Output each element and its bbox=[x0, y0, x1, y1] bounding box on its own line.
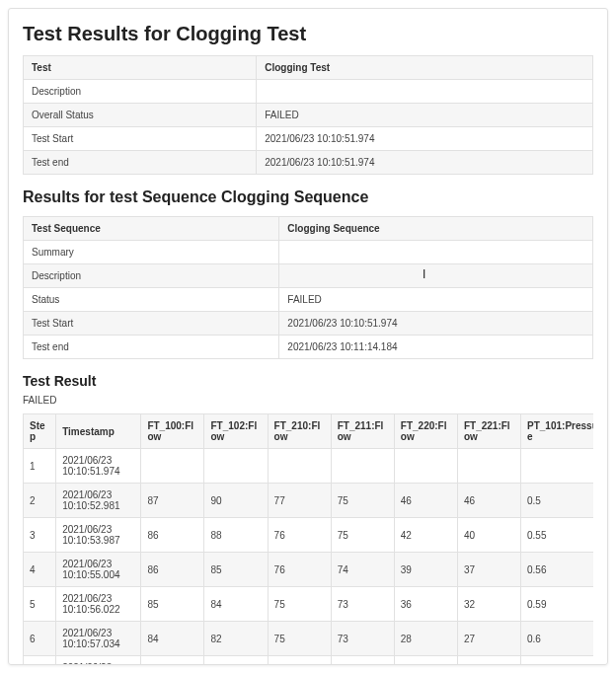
table-row: Description bbox=[24, 264, 593, 288]
cell: 85 bbox=[141, 587, 204, 622]
meta2-r4c1: 2021/06/23 10:11:14.184 bbox=[279, 336, 593, 359]
meta2-r2c0: Status bbox=[24, 288, 279, 312]
cell: 5 bbox=[24, 587, 56, 622]
meta1-h1: Clogging Test bbox=[257, 56, 593, 80]
cell bbox=[331, 449, 394, 484]
column-header: FT_210:Flow bbox=[268, 414, 331, 449]
meta2-r1c1 bbox=[279, 264, 593, 288]
cell: 2021/06/23 10:10:52.981 bbox=[56, 484, 141, 518]
table-row: 22021/06/23 10:10:52.9818790777546460.50… bbox=[24, 484, 594, 518]
cell: 27 bbox=[457, 622, 520, 656]
cell: 84 bbox=[141, 622, 204, 656]
table-row: 32021/06/23 10:10:53.9878688767542400.55… bbox=[24, 518, 594, 553]
cell: 13.725 bbox=[394, 656, 457, 666]
table-header-row: StepTimestampFT_100:FlowFT_102:FlowFT_21… bbox=[24, 414, 594, 449]
meta2-h0: Test Sequence bbox=[24, 217, 279, 241]
cell: 82.26 bbox=[141, 656, 204, 666]
cell bbox=[141, 449, 204, 484]
cell bbox=[394, 449, 457, 484]
data-table-wrap: StepTimestampFT_100:FlowFT_102:FlowFT_21… bbox=[23, 413, 593, 665]
cell: 28 bbox=[394, 622, 457, 656]
cell: 32 bbox=[457, 587, 520, 622]
cell: 39 bbox=[394, 553, 457, 587]
cell: 77 bbox=[268, 484, 331, 518]
cell: 0.56 bbox=[521, 553, 593, 587]
column-header: FT_221:Flow bbox=[457, 414, 520, 449]
meta2-r1c0: Description bbox=[24, 264, 279, 288]
table-row: 62021/06/23 10:10:57.0348482757328270.60… bbox=[24, 622, 594, 656]
meta1-r1c0: Overall Status bbox=[24, 104, 257, 127]
data-table: StepTimestampFT_100:FlowFT_102:FlowFT_21… bbox=[23, 413, 593, 665]
cell: 86 bbox=[141, 553, 204, 587]
cell: 68.76 bbox=[268, 656, 331, 666]
page-title: Test Results for Clogging Test bbox=[23, 23, 593, 45]
column-header: FT_220:Flow bbox=[394, 414, 457, 449]
meta2-h1: Clogging Sequence bbox=[279, 217, 593, 241]
cell: 7 bbox=[24, 656, 56, 666]
cell: 2021/06/23 10:10:58.041 bbox=[56, 656, 141, 666]
cell: 76 bbox=[268, 553, 331, 587]
table-row: Test end 2021/06/23 10:11:14.184 bbox=[24, 336, 593, 359]
meta2-r0c1 bbox=[279, 241, 593, 264]
cell: 75 bbox=[268, 587, 331, 622]
column-header: PT_101:Pressure bbox=[521, 414, 593, 449]
cell: 0.6 bbox=[521, 622, 593, 656]
cell: 75 bbox=[331, 484, 394, 518]
column-header: FT_102:Flow bbox=[204, 414, 268, 449]
cell: 0.5 bbox=[521, 484, 593, 518]
cell: 75 bbox=[331, 518, 394, 553]
text-cursor-icon: I bbox=[423, 268, 425, 280]
table-row: Test end 2021/06/23 10:10:51.974 bbox=[24, 151, 593, 175]
cell: 37 bbox=[457, 553, 520, 587]
cell: 6 bbox=[24, 622, 56, 656]
cell: 0.59 bbox=[521, 587, 593, 622]
cell: 1 bbox=[24, 449, 56, 484]
meta1-r3c1: 2021/06/23 10:10:51.974 bbox=[257, 151, 593, 175]
cell: 0.55 bbox=[521, 518, 593, 553]
cell bbox=[204, 449, 268, 484]
cell: 46 bbox=[394, 484, 457, 518]
cell bbox=[521, 449, 593, 484]
table-row: 42021/06/23 10:10:55.0048685767439370.56… bbox=[24, 553, 594, 587]
cell: 84 bbox=[204, 587, 268, 622]
cell: 86 bbox=[141, 518, 204, 553]
cell: 73 bbox=[331, 587, 394, 622]
table-row: 52021/06/23 10:10:56.0228584757336320.59… bbox=[24, 587, 594, 622]
table-row: Status FAILED bbox=[24, 288, 593, 312]
cell: 40 bbox=[457, 518, 520, 553]
cell: 68.04 bbox=[331, 656, 394, 666]
cell: 87 bbox=[141, 484, 204, 518]
result-status: FAILED bbox=[23, 395, 593, 406]
table-header-row: Test Clogging Test bbox=[24, 56, 593, 80]
table-row: Overall Status FAILED bbox=[24, 104, 593, 127]
cell: 13.6 bbox=[457, 656, 520, 666]
cell: 2021/06/23 10:10:51.974 bbox=[56, 449, 141, 484]
cell: 4 bbox=[24, 553, 56, 587]
cell: 75 bbox=[268, 622, 331, 656]
meta1-h0: Test bbox=[24, 56, 257, 80]
meta2-r0c0: Summary bbox=[24, 241, 279, 264]
cell: 85 bbox=[204, 553, 268, 587]
meta1-r1c1: FAILED bbox=[257, 104, 593, 127]
cell: 76 bbox=[268, 518, 331, 553]
result-title: Test Result bbox=[23, 373, 593, 389]
cell: 2021/06/23 10:10:57.034 bbox=[56, 622, 141, 656]
table-row: Test Start 2021/06/23 10:10:51.974 bbox=[24, 312, 593, 336]
meta2-r2c1: FAILED bbox=[279, 288, 593, 312]
column-header: Step bbox=[24, 414, 56, 449]
meta1-r2c0: Test Start bbox=[24, 127, 257, 151]
meta2-r3c1: 2021/06/23 10:10:51.974 bbox=[279, 312, 593, 336]
cell: 90 bbox=[204, 484, 268, 518]
column-header: Timestamp bbox=[56, 414, 141, 449]
meta1-r0c0: Description bbox=[24, 80, 257, 104]
cell: 36 bbox=[394, 587, 457, 622]
cell: 2021/06/23 10:10:56.022 bbox=[56, 587, 141, 622]
cell: 0.664 bbox=[521, 656, 593, 666]
cell: 46 bbox=[457, 484, 520, 518]
cell: 74 bbox=[331, 553, 394, 587]
cell: 3 bbox=[24, 518, 56, 553]
meta2-r4c0: Test end bbox=[24, 336, 279, 359]
table-header-row: Test Sequence Clogging Sequence bbox=[24, 217, 593, 241]
cell: 2021/06/23 10:10:53.987 bbox=[56, 518, 141, 553]
cell: 73 bbox=[331, 622, 394, 656]
